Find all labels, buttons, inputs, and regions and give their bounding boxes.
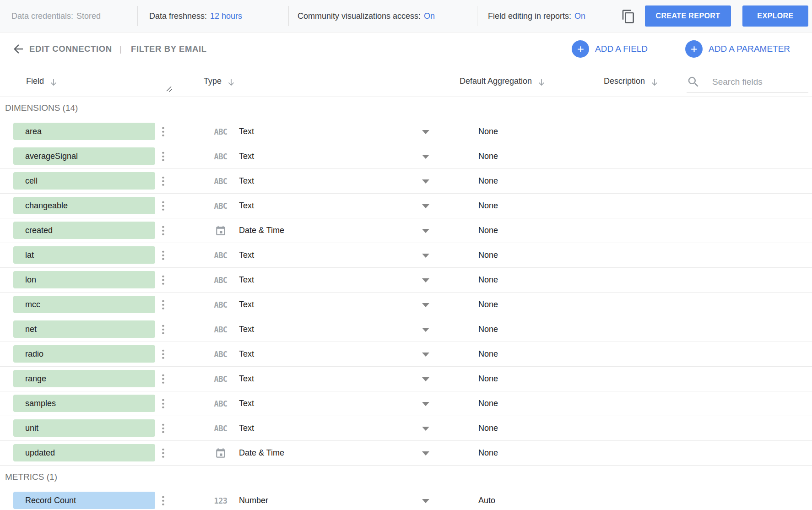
- type-dropdown-arrow-icon[interactable]: [422, 130, 429, 134]
- aggregation-value[interactable]: None: [478, 342, 498, 366]
- type-dropdown-arrow-icon[interactable]: [422, 377, 429, 381]
- copy-button[interactable]: [619, 7, 638, 26]
- type-label[interactable]: Date & Time: [239, 441, 284, 465]
- aggregation-value[interactable]: None: [478, 119, 498, 144]
- more-options-icon[interactable]: [160, 298, 166, 311]
- column-header-aggregation[interactable]: Default Aggregation: [460, 65, 546, 97]
- field-chip[interactable]: created: [13, 222, 155, 239]
- more-options-icon[interactable]: [160, 224, 166, 237]
- add-a-field-button[interactable]: ADD A FIELD: [572, 33, 648, 65]
- more-options-icon[interactable]: [160, 372, 166, 385]
- type-label[interactable]: Date & Time: [239, 218, 284, 243]
- create-report-button[interactable]: CREATE REPORT: [645, 5, 731, 27]
- type-dropdown-arrow-icon[interactable]: [422, 328, 429, 332]
- aggregation-value[interactable]: None: [478, 218, 498, 243]
- field-chip[interactable]: range: [13, 370, 155, 387]
- type-label[interactable]: Text: [239, 119, 254, 144]
- type-label[interactable]: Text: [239, 169, 254, 193]
- section-label: METRICS (1): [5, 472, 57, 482]
- table-header: Field Type Default Aggregation Descripti…: [0, 65, 812, 97]
- type-dropdown-arrow-icon[interactable]: [422, 499, 429, 503]
- more-options-icon[interactable]: [160, 125, 166, 138]
- type-label[interactable]: Text: [239, 293, 254, 317]
- more-options-icon[interactable]: [160, 347, 166, 361]
- type-label[interactable]: Text: [239, 194, 254, 218]
- type-dropdown-arrow-icon[interactable]: [422, 204, 429, 208]
- data-freshness-value[interactable]: 12 hours: [210, 11, 242, 21]
- type-label[interactable]: Text: [239, 317, 254, 342]
- edit-connection-link[interactable]: EDIT CONNECTION: [29, 33, 112, 65]
- field-chip[interactable]: averageSignal: [13, 147, 155, 165]
- column-header-type[interactable]: Type: [204, 65, 236, 97]
- type-dropdown-arrow-icon[interactable]: [422, 427, 429, 431]
- type-dropdown-arrow-icon[interactable]: [422, 353, 429, 357]
- type-label[interactable]: Text: [239, 416, 254, 440]
- type-label[interactable]: Text: [239, 367, 254, 391]
- aggregation-value[interactable]: None: [478, 367, 498, 391]
- field-chip[interactable]: updated: [13, 444, 155, 461]
- field-chip[interactable]: net: [13, 320, 155, 338]
- more-options-icon[interactable]: [160, 323, 166, 336]
- community-viz-value[interactable]: On: [424, 11, 435, 21]
- type-dropdown-arrow-icon[interactable]: [422, 451, 429, 456]
- more-options-icon[interactable]: [160, 199, 166, 212]
- field-chip[interactable]: lat: [13, 246, 155, 264]
- field-chip[interactable]: unit: [13, 419, 155, 437]
- field-editing-value[interactable]: On: [574, 11, 585, 21]
- add-a-parameter-button[interactable]: ADD A PARAMETER: [685, 33, 790, 65]
- aggregation-value[interactable]: None: [478, 194, 498, 218]
- aggregation-value[interactable]: None: [478, 169, 498, 193]
- explore-button[interactable]: EXPLORE: [742, 5, 808, 27]
- type-dropdown-arrow-icon[interactable]: [422, 155, 429, 159]
- field-row: averageSignal ABC Text None: [0, 144, 812, 169]
- type-dropdown-arrow-icon[interactable]: [422, 254, 429, 258]
- type-label[interactable]: Number: [239, 488, 268, 510]
- aggregation-value[interactable]: None: [478, 317, 498, 342]
- field-chip[interactable]: cell: [13, 172, 155, 190]
- column-header-description[interactable]: Description: [604, 65, 659, 97]
- type-dropdown-arrow-icon[interactable]: [422, 278, 429, 282]
- aggregation-value[interactable]: None: [478, 243, 498, 267]
- type-label[interactable]: Text: [239, 268, 254, 292]
- more-options-icon[interactable]: [160, 494, 166, 507]
- more-options-icon[interactable]: [160, 273, 166, 287]
- field-editing-status: Field editing in reports: On: [488, 0, 585, 32]
- field-chip[interactable]: area: [13, 123, 155, 140]
- aggregation-value[interactable]: Auto: [478, 488, 495, 510]
- field-chip[interactable]: changeable: [13, 197, 155, 214]
- type-icon-cell: [210, 218, 232, 243]
- type-icon-cell: ABC: [210, 416, 232, 440]
- field-row: radio ABC Text None: [0, 342, 812, 367]
- aggregation-value[interactable]: None: [478, 391, 498, 416]
- type-dropdown-arrow-icon[interactable]: [422, 179, 429, 184]
- aggregation-value[interactable]: None: [478, 144, 498, 168]
- more-options-icon[interactable]: [160, 174, 166, 188]
- type-label[interactable]: Text: [239, 391, 254, 416]
- field-chip[interactable]: radio: [13, 345, 155, 363]
- type-label[interactable]: Text: [239, 342, 254, 366]
- column-resize-handle-icon[interactable]: [166, 86, 173, 94]
- type-dropdown-arrow-icon[interactable]: [422, 303, 429, 307]
- aggregation-value[interactable]: None: [478, 268, 498, 292]
- more-options-icon[interactable]: [160, 446, 166, 460]
- column-header-field[interactable]: Field: [26, 65, 58, 97]
- filter-by-email-link[interactable]: FILTER BY EMAIL: [131, 33, 207, 65]
- more-options-icon[interactable]: [160, 249, 166, 262]
- field-chip[interactable]: Record Count: [13, 492, 155, 509]
- more-options-icon[interactable]: [160, 422, 166, 435]
- field-chip[interactable]: mcc: [13, 296, 155, 313]
- more-options-icon[interactable]: [160, 150, 166, 163]
- type-label[interactable]: Text: [239, 243, 254, 267]
- type-dropdown-arrow-icon[interactable]: [422, 229, 429, 233]
- field-chip[interactable]: lon: [13, 271, 155, 288]
- type-dropdown-arrow-icon[interactable]: [422, 402, 429, 406]
- back-button[interactable]: [11, 33, 25, 65]
- type-label[interactable]: Text: [239, 144, 254, 168]
- search-fields-input[interactable]: [711, 76, 805, 87]
- field-chip[interactable]: samples: [13, 395, 155, 412]
- more-options-icon[interactable]: [160, 397, 166, 410]
- aggregation-value[interactable]: None: [478, 293, 498, 317]
- type-glyph-icon: ABC: [214, 276, 227, 285]
- aggregation-value[interactable]: None: [478, 441, 498, 465]
- aggregation-value[interactable]: None: [478, 416, 498, 440]
